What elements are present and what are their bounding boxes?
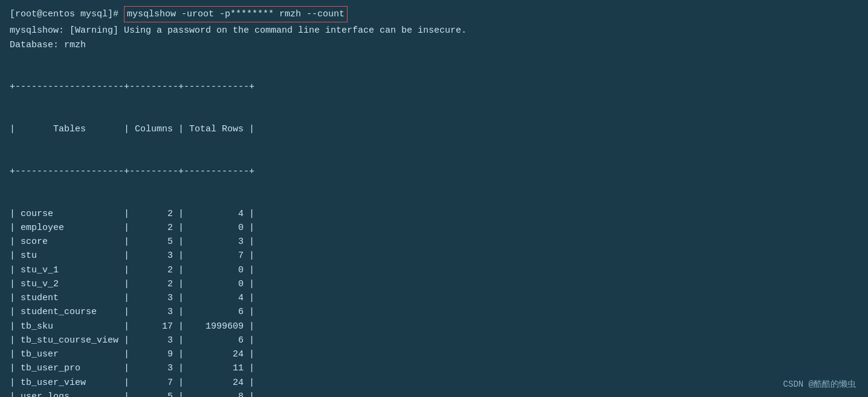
table-row: | tb_sku | 17 | 1999609 |: [10, 320, 858, 333]
watermark: CSDN @酷酷的懒虫: [783, 379, 856, 390]
db-line: Database: rmzh: [10, 38, 858, 52]
table-row: | stu_v_1 | 2 | 0 |: [10, 263, 858, 277]
command-before: mysqlshow -uroot -p: [127, 9, 230, 19]
table-row: | student | 3 | 4 |: [10, 291, 858, 305]
table-row: | tb_user_pro | 3 | 11 |: [10, 361, 858, 375]
table-row: | stu_v_2 | 2 | 0 |: [10, 277, 858, 291]
table-row: | stu | 3 | 7 |: [10, 249, 858, 263]
table-row: | employee | 2 | 0 |: [10, 221, 858, 235]
table-rows-container: | course | 2 | 4 || employee | 2 | 0 || …: [10, 207, 858, 398]
table-header: | Tables | Columns | Total Rows |: [10, 122, 858, 136]
separator-mid: +--------------------+---------+--------…: [10, 165, 858, 179]
table-row: | tb_stu_course_view | 3 | 6 |: [10, 333, 858, 347]
command-highlight: mysqlshow -uroot -p******** rmzh --count: [124, 6, 348, 22]
table-row: | tb_user_view | 7 | 24 |: [10, 376, 858, 390]
command-line: [root@centos mysql]# mysqlshow -uroot -p…: [10, 6, 858, 22]
table-row: | user_logs | 5 | 8 |: [10, 390, 858, 397]
separator-top: +--------------------+---------+--------…: [10, 80, 858, 94]
table-row: | course | 2 | 4 |: [10, 207, 858, 221]
table-block: +--------------------+---------+--------…: [10, 52, 858, 397]
prompt: [root@centos mysql]#: [10, 7, 124, 21]
command-password: ********: [230, 9, 274, 19]
table-row: | tb_user | 9 | 24 |: [10, 347, 858, 361]
warning-line: mysqlshow: [Warning] Using a password on…: [10, 24, 858, 38]
terminal: [root@centos mysql]# mysqlshow -uroot -p…: [0, 0, 868, 397]
table-row: | score | 5 | 3 |: [10, 235, 858, 249]
command-after: rmzh --count: [274, 9, 345, 19]
table-row: | student_course | 3 | 6 |: [10, 305, 858, 319]
